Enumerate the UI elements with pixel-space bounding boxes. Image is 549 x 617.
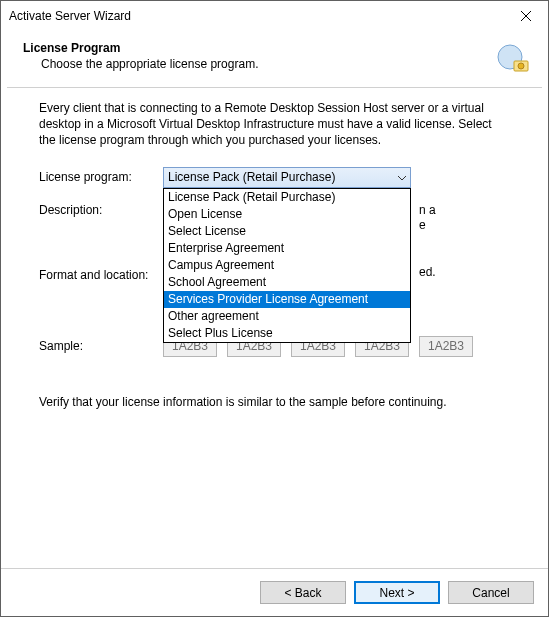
license-header-icon	[494, 41, 530, 77]
titlebar: Activate Server Wizard	[1, 1, 548, 31]
license-program-option[interactable]: Select Plus License	[164, 325, 410, 342]
svg-point-4	[518, 63, 524, 69]
wizard-header: License Program Choose the appropriate l…	[1, 31, 548, 87]
cancel-button[interactable]: Cancel	[448, 581, 534, 604]
description-fragment-1: n a	[419, 203, 436, 217]
license-program-option[interactable]: Select License	[164, 223, 410, 240]
sample-label: Sample:	[39, 336, 163, 353]
description-fragment-2: e	[419, 218, 426, 232]
license-program-label: License program:	[39, 167, 163, 184]
window-title: Activate Server Wizard	[9, 9, 503, 23]
close-icon	[521, 11, 531, 21]
format-fragment: ed.	[419, 265, 436, 279]
license-program-option[interactable]: Other agreement	[164, 308, 410, 325]
wizard-body: Every client that is connecting to a Rem…	[1, 88, 548, 568]
license-program-option[interactable]: Services Provider License Agreement	[164, 291, 410, 308]
verify-text: Verify that your license information is …	[39, 395, 510, 409]
license-program-dropdown[interactable]: License Pack (Retail Purchase)Open Licen…	[163, 188, 411, 343]
license-program-option[interactable]: Open License	[164, 206, 410, 223]
next-button[interactable]: Next >	[354, 581, 440, 604]
license-program-option[interactable]: Campus Agreement	[164, 257, 410, 274]
wizard-footer: < Back Next > Cancel	[1, 568, 548, 616]
close-button[interactable]	[503, 1, 548, 31]
activate-server-wizard-window: Activate Server Wizard License Program C…	[0, 0, 549, 617]
sample-code-box: 1A2B3	[419, 336, 473, 357]
license-program-option[interactable]: License Pack (Retail Purchase)	[164, 189, 410, 206]
license-program-select-value: License Pack (Retail Purchase)	[168, 170, 335, 184]
page-subheading: Choose the appropriate license program.	[41, 57, 526, 71]
description-label: Description:	[39, 200, 163, 217]
back-button[interactable]: < Back	[260, 581, 346, 604]
license-program-row: License program: License Pack (Retail Pu…	[39, 167, 510, 188]
chevron-down-icon	[398, 170, 406, 184]
page-heading: License Program	[23, 41, 526, 55]
intro-text: Every client that is connecting to a Rem…	[39, 100, 510, 149]
license-program-option[interactable]: School Agreement	[164, 274, 410, 291]
license-program-select[interactable]: License Pack (Retail Purchase)	[163, 167, 411, 188]
license-program-option[interactable]: Enterprise Agreement	[164, 240, 410, 257]
format-location-label: Format and location:	[39, 265, 163, 282]
